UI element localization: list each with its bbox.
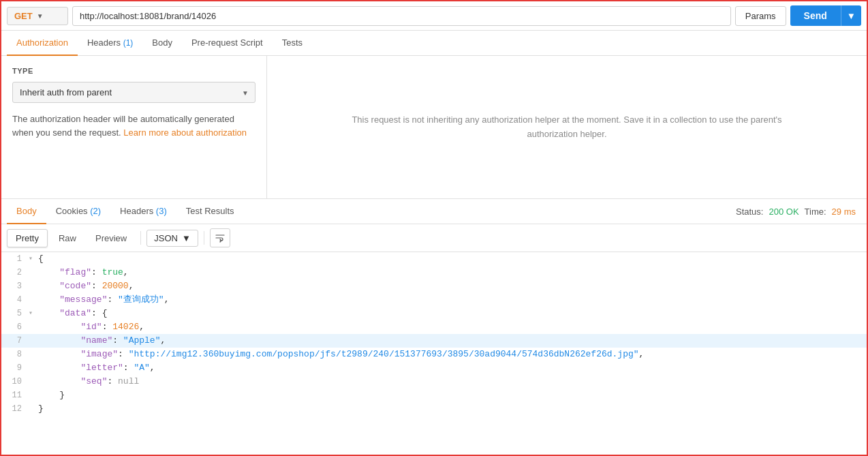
code-line-6: 6 "id": 14026, [1,320,867,334]
send-btn-group: Send ▼ [790,5,861,26]
auth-panel: TYPE Inherit auth from parent No Auth Be… [1,56,867,199]
format-bar: Pretty Raw Preview JSON ▼ [1,224,867,252]
headers-badge: (1) [123,38,134,48]
format-raw-button[interactable]: Raw [50,230,84,247]
resp-tab-test-results[interactable]: Test Results [176,199,244,224]
auth-left-panel: TYPE Inherit auth from parent No Auth Be… [1,56,267,198]
status-value: 200 OK [769,207,799,217]
code-line-12: 12 } [1,402,867,416]
cookies-badge: (2) [90,206,101,216]
code-line-10: 10 "seq": null [1,375,867,389]
tab-pre-request-script[interactable]: Pre-request Script [182,31,273,56]
tab-headers[interactable]: Headers (1) [78,31,142,56]
resp-headers-badge: (3) [156,206,167,216]
code-line-8: 8 "image": "http://img12.360buyimg.com/p… [1,348,867,361]
resp-tab-cookies[interactable]: Cookies (2) [46,199,110,224]
code-line-2: 2 "flag": true, [1,266,867,279]
request-tabs: Authorization Headers (1) Body Pre-reque… [1,31,867,56]
code-line-5: 5 ▾ "data": { [1,307,867,320]
auth-info-text: This request is not inheriting any autho… [328,113,805,142]
response-body[interactable]: 1 ▾ { 2 "flag": true, 3 "code": 20000, 4… [1,252,867,455]
auth-right-panel: This request is not inheriting any autho… [267,56,867,198]
time-label: Time: [805,207,826,217]
code-line-1: 1 ▾ { [1,252,867,266]
code-line-7: 7 "name": "Apple", [1,334,867,348]
top-bar: GET ▼ Params Send ▼ [1,1,867,31]
code-line-9: 9 "letter": "A", [1,361,867,375]
code-line-3: 3 "code": 20000, [1,279,867,293]
auth-type-label: TYPE [12,67,255,75]
resp-status: Status: 200 OK Time: 29 ms [736,207,861,217]
url-input[interactable] [72,6,731,26]
status-label: Status: [736,207,763,217]
response-tabs-bar: Body Cookies (2) Headers (3) Test Result… [1,199,867,224]
resp-tab-body[interactable]: Body [7,199,46,224]
method-chevron-icon: ▼ [37,12,44,20]
tab-tests[interactable]: Tests [273,31,312,56]
time-value: 29 ms [832,207,856,217]
format-divider-2 [204,231,204,245]
resp-tab-headers[interactable]: Headers (3) [110,199,176,224]
format-divider [140,231,141,245]
format-preview-button[interactable]: Preview [87,230,135,247]
send-button[interactable]: Send [790,5,841,26]
method-selector[interactable]: GET ▼ [7,7,68,25]
auth-description: The authorization header will be automat… [12,112,255,139]
code-line-11: 11 } [1,389,867,402]
code-line-4: 4 "message": "查询成功", [1,293,867,307]
format-pretty-button[interactable]: Pretty [7,229,48,247]
json-chevron-icon: ▼ [182,233,191,243]
method-label: GET [14,11,33,21]
json-label: JSON [154,233,178,243]
tab-authorization[interactable]: Authorization [7,31,78,56]
app-container: GET ▼ Params Send ▼ Authorization Header… [0,0,868,456]
auth-select-wrap: Inherit auth from parent No Auth Bearer … [12,82,255,103]
params-button[interactable]: Params [735,6,786,26]
send-dropdown-button[interactable]: ▼ [841,5,861,26]
auth-type-select[interactable]: Inherit auth from parent No Auth Bearer … [12,82,255,103]
wrap-button[interactable] [210,228,230,247]
wrap-icon [215,232,226,243]
tab-body[interactable]: Body [142,31,182,56]
json-format-select[interactable]: JSON ▼ [146,230,198,247]
auth-learn-more-link[interactable]: Learn more about authorization [123,127,247,138]
